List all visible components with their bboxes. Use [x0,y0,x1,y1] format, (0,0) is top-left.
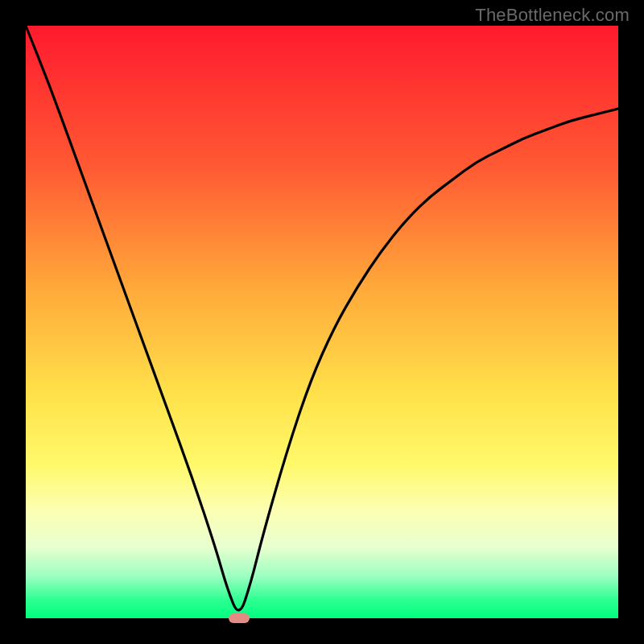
plot-area [26,26,618,618]
chart-frame: TheBottleneck.com [0,0,644,644]
bottleneck-curve [26,26,618,618]
optimal-marker [229,613,250,623]
watermark-text: TheBottleneck.com [475,5,630,26]
